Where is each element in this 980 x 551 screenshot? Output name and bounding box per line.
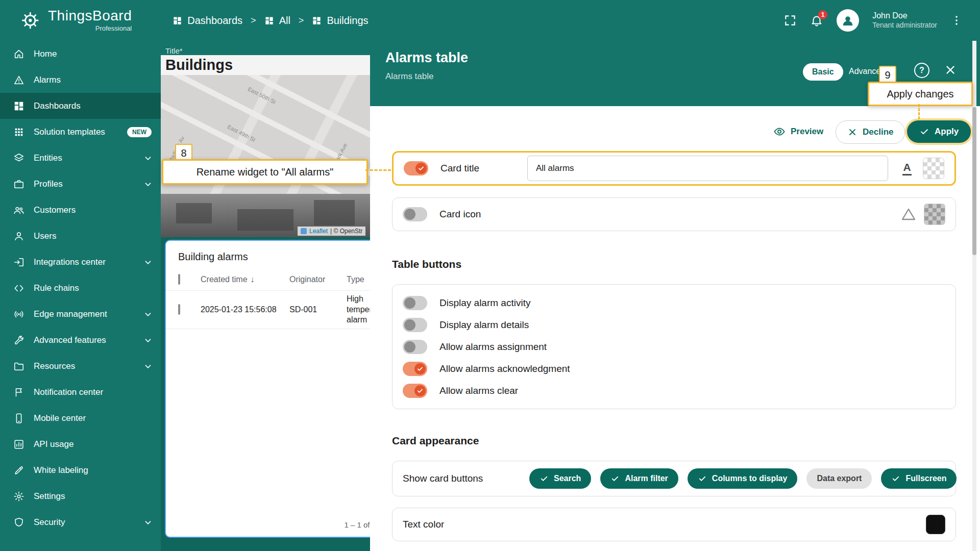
breadcrumb-item-buildings[interactable]: Buildings xyxy=(312,15,368,27)
text-color-swatch[interactable] xyxy=(926,515,945,534)
chevron-down-icon[interactable] xyxy=(142,361,154,372)
preview-button[interactable]: Preview xyxy=(773,126,823,138)
callout-step-9-text: Apply changes xyxy=(868,82,973,106)
customers-people-icon xyxy=(13,205,24,216)
card-buttons-chips: Search Alarm filter Columns to display D… xyxy=(529,468,957,489)
sidebar-item-customers[interactable]: Customers xyxy=(0,197,161,223)
sidebar-item-home[interactable]: Home xyxy=(0,41,161,67)
breadcrumb-item-dashboards[interactable]: Dashboards xyxy=(173,15,242,27)
check-icon xyxy=(698,474,707,483)
close-icon[interactable] xyxy=(944,63,957,77)
chip-search[interactable]: Search xyxy=(529,468,591,489)
chevron-down-icon[interactable] xyxy=(142,153,154,164)
table-buttons-box: Display alarm activity Display alarm det… xyxy=(392,284,956,409)
sidebar-item-dashboards[interactable]: Dashboards xyxy=(0,93,161,119)
chip-columns-to-display[interactable]: Columns to display xyxy=(688,468,798,489)
card-title-input[interactable] xyxy=(527,156,888,181)
sidebar-item-resources[interactable]: Resources xyxy=(0,353,161,379)
display-alarm-activity-toggle[interactable] xyxy=(403,296,427,310)
show-card-buttons-label: Show card buttons xyxy=(403,473,529,484)
sort-desc-icon[interactable]: ↓ xyxy=(251,275,255,284)
breadcrumb-item-all[interactable]: All xyxy=(264,15,290,27)
table-row[interactable]: 2025-01-23 15:56:08 SD-001 High temperat… xyxy=(166,291,370,329)
icon-placeholder-triangle[interactable] xyxy=(900,206,917,222)
thingsboard-logo[interactable]: ThingsBoard Professional xyxy=(0,9,132,32)
notifications-bell[interactable]: 1 xyxy=(810,14,823,27)
check-icon xyxy=(540,474,549,483)
allow-alarms-assignment-toggle[interactable] xyxy=(403,340,427,354)
toggle-row-allow-alarms-clear: Allow alarms clear xyxy=(403,384,945,398)
new-badge: NEW xyxy=(127,127,152,137)
sidebar-item-api-usage[interactable]: API usage xyxy=(0,431,161,457)
sidebar-item-alarms[interactable]: Alarms xyxy=(0,67,161,93)
title-color-swatch[interactable] xyxy=(923,158,944,179)
dashboard-title-input[interactable]: Buildings xyxy=(161,55,370,75)
sidebar-item-rule-chains[interactable]: Rule chains xyxy=(0,275,161,301)
icon-color-swatch[interactable] xyxy=(924,204,945,225)
show-card-buttons-row: Show card buttons Search Alarm filter Co… xyxy=(392,461,956,496)
chip-fullscreen[interactable]: Fullscreen xyxy=(881,468,957,489)
sidebar-item-users[interactable]: Users xyxy=(0,223,161,249)
card-title-toggle[interactable] xyxy=(404,161,428,176)
check-icon xyxy=(416,387,424,394)
sidebar-item-edge-management[interactable]: Edge management xyxy=(0,301,161,327)
column-header-created-time[interactable]: Created time ↓ xyxy=(201,275,289,284)
sidebar-item-advanced-features[interactable]: Advanced features xyxy=(0,327,161,353)
card-icon-row: Card icon xyxy=(392,197,956,231)
card-appearance-heading: Card appearance xyxy=(392,435,479,447)
apply-button[interactable]: Apply xyxy=(907,120,971,143)
fullscreen-icon[interactable] xyxy=(783,14,797,27)
sidebar-item-notification-center[interactable]: Notification center xyxy=(0,379,161,405)
toggle-row-display-alarm-activity: Display alarm activity xyxy=(403,296,945,310)
sidebar-item-profiles[interactable]: Profiles xyxy=(0,171,161,197)
sidebar-item-mobile-center[interactable]: Mobile center xyxy=(0,405,161,431)
sidebar-item-security[interactable]: Security xyxy=(0,509,161,535)
column-header-originator[interactable]: Originator xyxy=(289,275,347,284)
sidebar-item-integrations-center[interactable]: Integrations center xyxy=(0,249,161,275)
map-attribution-text: | © OpenStr xyxy=(330,228,362,235)
sidebar-item-settings[interactable]: Settings xyxy=(0,483,161,509)
toggle-row-display-alarm-details: Display alarm details xyxy=(403,318,945,332)
chip-data-export[interactable]: Data export xyxy=(806,468,872,489)
user-avatar[interactable] xyxy=(837,9,859,32)
allow-alarms-acknowledgment-toggle[interactable] xyxy=(403,362,427,376)
text-color-label: Text color xyxy=(403,519,444,530)
sidebar-item-white-labeling[interactable]: White labeling xyxy=(0,457,161,483)
sidebar-item-entities[interactable]: Entities xyxy=(0,145,161,171)
user-name: John Doe xyxy=(872,11,937,21)
sidebar-item-solution-templates[interactable]: Solution templates NEW xyxy=(0,119,161,145)
wrench-icon xyxy=(13,335,24,346)
table-header-row: Created time ↓ Originator Type xyxy=(166,269,370,291)
leaflet-link[interactable]: Leaflet xyxy=(309,228,328,235)
chevron-down-icon[interactable] xyxy=(142,309,154,320)
font-settings-icon[interactable]: A xyxy=(897,157,917,180)
select-all-checkbox[interactable] xyxy=(178,274,180,285)
chevron-down-icon[interactable] xyxy=(142,179,154,190)
alarms-table-widget[interactable]: Building alarms Created time ↓ Originato… xyxy=(165,240,370,538)
column-header-type[interactable]: Type xyxy=(347,274,370,285)
home-icon xyxy=(13,48,24,60)
card-icon-toggle[interactable] xyxy=(403,207,427,221)
gear-icon xyxy=(13,491,24,502)
dashboard-edit-area: Title* Buildings East 50th St East 49th … xyxy=(161,41,370,551)
chevron-down-icon[interactable] xyxy=(142,517,154,528)
display-alarm-details-toggle[interactable] xyxy=(403,318,427,332)
edge-signal-icon xyxy=(13,309,24,320)
brand-name: ThingsBoard xyxy=(48,9,132,23)
allow-alarms-clear-toggle[interactable] xyxy=(403,384,427,398)
tab-basic[interactable]: Basic xyxy=(803,63,843,81)
row-checkbox[interactable] xyxy=(178,304,180,315)
text-color-row: Text color xyxy=(392,508,956,541)
chevron-down-icon[interactable] xyxy=(142,257,154,268)
widget-settings-panel: Alarms table Alarms table Basic Advanced… xyxy=(370,41,980,551)
kebab-menu-icon[interactable] xyxy=(950,14,963,27)
chip-alarm-filter[interactable]: Alarm filter xyxy=(600,468,678,489)
cell-alarm-type: High temperature alarm xyxy=(347,294,370,325)
decline-button[interactable]: Decline xyxy=(836,120,905,144)
toggle-row-allow-alarms-acknowledgment: Allow alarms acknowledgment xyxy=(403,362,945,376)
leaflet-icon xyxy=(301,228,307,234)
panel-scrollbar[interactable] xyxy=(972,41,976,551)
help-icon[interactable]: ? xyxy=(914,63,929,78)
chevron-down-icon[interactable] xyxy=(142,335,154,346)
scrollbar-thumb[interactable] xyxy=(972,107,976,255)
